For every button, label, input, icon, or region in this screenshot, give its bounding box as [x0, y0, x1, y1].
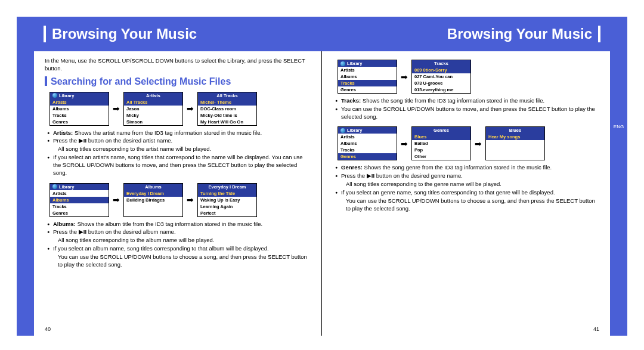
- screen-title: Artists: [146, 93, 160, 98]
- page-number-right: 41: [593, 326, 599, 332]
- arrow-right-icon: ➡: [401, 139, 408, 148]
- bullet: Genres: Shows the song genre from the ID…: [335, 164, 599, 172]
- screen-title: Library: [347, 61, 362, 66]
- list-item: Genres: [50, 210, 109, 216]
- screen-title: Albums: [145, 184, 162, 190]
- tracks-notes: Tracks: Shows the song title from the ID…: [335, 97, 599, 120]
- albums-notes: Albums: Shows the album title from the I…: [47, 221, 311, 269]
- screen-genre-tracks: Blues Hear My songs: [485, 126, 545, 160]
- bullet: You can use the SCROLL UP/DOWN buttons t…: [335, 106, 599, 121]
- list-item: My Heart Will Go On: [198, 119, 256, 125]
- screen-alltracks: All Tracks Michel- Theme DOC-Class room …: [197, 92, 257, 126]
- heading-bar-icon: [45, 76, 47, 86]
- arrow-right-icon: ➡: [187, 195, 194, 205]
- bullet: Press the ▶II button on the desired arti…: [47, 137, 311, 145]
- bullet-sub: All song titles corresponding to the alb…: [47, 237, 311, 244]
- list-item: Tracks: [50, 203, 109, 210]
- bullet-sub: You can use the SCROLL UP/DOWN buttons t…: [335, 197, 599, 213]
- list-item: 027 Cami-You can: [412, 73, 470, 80]
- list-item: 015.everything me: [412, 86, 470, 93]
- list-item: Simson: [124, 119, 182, 125]
- screen-library: Library Artists Albums Tracks Genres: [338, 60, 397, 94]
- right-margin: [610, 17, 627, 336]
- screen-albums: Albums Everyday I Dream Building Birdage…: [123, 183, 183, 217]
- screen-title: Blues: [509, 128, 521, 133]
- selected-item: All Tracks: [124, 99, 182, 106]
- artists-notes: Artists: Shows the artist name from the …: [47, 129, 311, 177]
- screen-title: Library: [347, 128, 362, 133]
- section-heading-text: Searching for and Selecting Music Files: [51, 76, 231, 86]
- screen-tracks: Tracks 009 0tion-Sorry 027 Cami-You can …: [411, 60, 471, 94]
- bullet: If you select an genre name, song titles…: [335, 189, 599, 197]
- arrow-right-icon: ➡: [113, 104, 120, 113]
- screen-album-tracks: Everyday I Dream Turning the Tide Waking…: [197, 183, 257, 217]
- list-item: Perfect: [198, 210, 256, 216]
- list-item: Jason: [124, 106, 182, 112]
- left-margin: [17, 17, 34, 336]
- screen-title: All Tracks: [216, 93, 237, 98]
- list-item: Micky-Old time is: [198, 112, 256, 119]
- list-item: Albums: [338, 73, 397, 80]
- selected-item: Michel- Theme: [198, 99, 256, 106]
- list-item: Genres: [338, 86, 397, 93]
- list-item: Pop: [412, 147, 470, 153]
- list-item: Learning Again: [198, 203, 256, 210]
- list-item: Artists: [338, 134, 397, 140]
- screen-title: Library: [59, 93, 74, 98]
- language-tab: ENG: [610, 114, 627, 138]
- selected-item: 009 0tion-Sorry: [412, 67, 470, 73]
- selected-item: Tracks: [338, 80, 397, 86]
- page-number-left: 40: [45, 326, 51, 332]
- bullet: Albums: Shows the album title from the I…: [47, 221, 311, 228]
- section-heading: Searching for and Selecting Music Files: [45, 76, 311, 87]
- albums-screens: Library Artists Albums Tracks Genres ➡ A…: [49, 183, 311, 217]
- list-item: Waking Up Is Easy: [198, 197, 256, 203]
- screen-library: Library Artists Albums Tracks Genres: [49, 183, 109, 217]
- bullet: Tracks: Shows the song title from the ID…: [335, 97, 599, 105]
- list-item: Artists: [338, 67, 397, 73]
- intro-text: In the Menu, use the SCROLL UP/SCROLL DO…: [45, 57, 311, 73]
- bullet: If you select an artist's name, song tit…: [47, 154, 311, 176]
- screen-library: Library Artists Albums Tracks Genres: [49, 92, 109, 126]
- list-item: Tracks: [50, 112, 109, 119]
- list-item: Tracks: [338, 147, 397, 153]
- list-item: Albums: [50, 106, 109, 112]
- list-item: Ballad: [412, 140, 470, 147]
- selected-item: Turning the Tide: [198, 190, 256, 197]
- screen-artists: Artists All Tracks Jason Micky Simson: [123, 92, 183, 126]
- page-41: Library Artists Albums Tracks Genres ➡ T…: [322, 51, 610, 336]
- bullet-sub: All song titles corresponding to the gen…: [335, 181, 599, 188]
- arrow-right-icon: ➡: [187, 104, 194, 113]
- screen-library: Library Artists Albums Tracks Genres: [338, 126, 397, 160]
- genres-notes: Genres: Shows the song genre from the ID…: [335, 164, 599, 212]
- list-item: Micky: [124, 112, 182, 119]
- genres-screens: Library Artists Albums Tracks Genres ➡ G…: [338, 126, 599, 160]
- bullet: Press the ▶II button on the desired albu…: [47, 228, 311, 236]
- screen-title: Tracks: [434, 61, 448, 66]
- screen-title: Genres: [434, 128, 449, 133]
- arrow-right-icon: ➡: [475, 139, 482, 148]
- list-item: Genres: [50, 119, 109, 125]
- selected-item: Genres: [338, 153, 397, 160]
- arrow-right-icon: ➡: [113, 195, 120, 205]
- page-40: In the Menu, use the SCROLL UP/SCROLL DO…: [34, 51, 322, 336]
- selected-item: Blues: [412, 134, 470, 140]
- manual-spread: Browsing Your Music Browsing Your Music …: [17, 17, 627, 336]
- screen-genres: Genres Blues Ballad Pop Other: [411, 126, 471, 160]
- disc-icon: [52, 184, 57, 189]
- list-item: Albums: [338, 140, 397, 147]
- page-title-right: Browsing Your Music: [447, 26, 600, 42]
- screen-title: Library: [59, 184, 74, 190]
- selected-item: Artists: [50, 99, 109, 106]
- bullet-sub: You can use the SCROLL UP/DOWN buttons t…: [47, 253, 311, 269]
- selected-item: Hear My songs: [486, 134, 544, 140]
- list-item: 073 U-groove: [412, 80, 470, 86]
- bullet: If you select an album name, song titles…: [47, 245, 311, 253]
- bullet: Artists: Shows the artist name from the …: [47, 129, 311, 137]
- artists-screens: Library Artists Albums Tracks Genres ➡ A…: [49, 92, 311, 126]
- disc-icon: [52, 93, 57, 98]
- tracks-screens: Library Artists Albums Tracks Genres ➡ T…: [338, 60, 599, 94]
- header: Browsing Your Music Browsing Your Music: [17, 17, 627, 51]
- selected-item: Albums: [50, 197, 109, 203]
- screen-title: Everyday I Dream: [209, 184, 246, 190]
